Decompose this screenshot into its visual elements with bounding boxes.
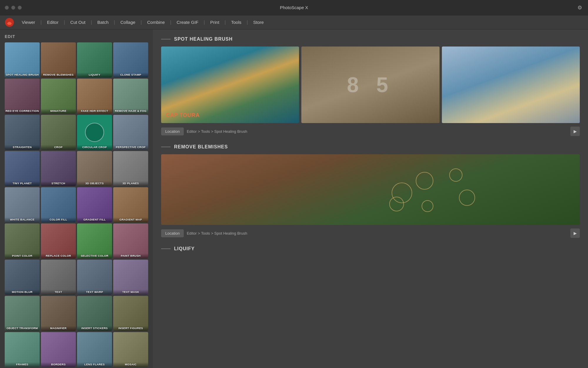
- preview-image-wall: [301, 47, 439, 123]
- tool-item-remove-blemishes[interactable]: REMOVE BLEMISHES: [41, 42, 76, 77]
- tool-item-liquify[interactable]: LIQUIFY: [77, 42, 112, 77]
- tool-label-frames: FRAMES: [5, 362, 40, 367]
- tool-item-circular-crop[interactable]: CIRCULAR CROP: [77, 115, 112, 150]
- tool-item-text-warp[interactable]: TEXT WARP: [77, 260, 112, 295]
- menu-item-print[interactable]: Print: [207, 18, 222, 26]
- tool-item-text[interactable]: TEXT: [41, 260, 76, 295]
- tool-label-gradient-map: GRADIENT MAP: [113, 217, 148, 222]
- window-title: PhotoScape X: [280, 5, 308, 10]
- tool-item-gradient-fill[interactable]: GRADIENT FILL: [77, 187, 112, 222]
- tool-item-straighten[interactable]: STRAIGHTEN: [5, 115, 40, 150]
- tool-item-magnifier[interactable]: MAGNIFIER: [41, 296, 76, 331]
- tool-label-text: TEXT: [41, 290, 76, 295]
- tool-item-clone-stamp[interactable]: CLONE STAMP: [113, 42, 148, 77]
- menubar: Viewer | Editor | Cut Out | Batch | Coll…: [0, 15, 588, 29]
- location-button-blemishes[interactable]: Location: [161, 229, 184, 237]
- preview-container-blemishes: [161, 154, 580, 225]
- tool-item-replace-color[interactable]: REPLACE COLOR: [41, 223, 76, 258]
- section-line-3: [161, 248, 171, 249]
- main-layout: EDIT SPOT HEALING BRUSHREMOVE BLEMISHESL…: [0, 29, 588, 368]
- section-header-spot-healing: SPOT HEALING BRUSH: [161, 37, 580, 42]
- tool-label-object-transform: OBJECT TRANSFORM: [5, 326, 40, 331]
- tool-item-lens-flares[interactable]: LENS FLARES: [77, 332, 112, 367]
- tool-item-insert-figures[interactable]: INSERT FIGURES: [113, 296, 148, 331]
- tool-label-clone-stamp: CLONE STAMP: [113, 72, 148, 77]
- tool-item-borders[interactable]: BORDERS: [41, 332, 76, 367]
- tool-item-mosaic[interactable]: MOSAIC: [113, 332, 148, 367]
- tool-item-crop[interactable]: CROP: [41, 115, 76, 150]
- location-button-spot-healing[interactable]: Location: [161, 127, 184, 135]
- tool-label-color-fill: COLOR FILL: [41, 217, 76, 222]
- location-bar-spot-healing: Location Editor > Tools > Spot Healing B…: [161, 127, 580, 136]
- blemish-circles: [161, 154, 580, 225]
- tool-label-mosaic: MOSAIC: [113, 362, 148, 367]
- tool-item-fake-hdr[interactable]: FAKE HDR EFFECT: [77, 79, 112, 114]
- tool-label-insert-stickers: INSERT STICKERS: [77, 326, 112, 331]
- tool-label-perspective-crop: PERSPECTIVE CROP: [113, 145, 148, 150]
- tool-item-selective-color[interactable]: SELECTIVE COLOR: [77, 223, 112, 258]
- tool-label-tiny-planet: TINY PLANET: [5, 181, 40, 186]
- tool-label-paint-brush: PAINT BRUSH: [113, 253, 148, 258]
- tool-item-white-balance[interactable]: WHITE BALANCE: [5, 187, 40, 222]
- tool-item-spot-healing[interactable]: SPOT HEALING BRUSH: [5, 42, 40, 77]
- tool-label-remove-blemishes: REMOVE BLEMISHES: [41, 72, 76, 77]
- tool-label-3d-objects: 3D OBJECTS: [77, 181, 112, 186]
- tool-item-3d-planes[interactable]: 3D PLANES: [113, 151, 148, 186]
- menu-item-store[interactable]: Store: [250, 18, 267, 26]
- menu-item-batch[interactable]: Batch: [94, 18, 111, 26]
- section-header-remove-blemishes: REMOVE BLEMISHES: [161, 144, 580, 150]
- tool-item-text-mask[interactable]: TEXT MASK: [113, 260, 148, 295]
- tool-label-lens-flares: LENS FLARES: [77, 362, 112, 367]
- section-title-liquify: LIQUIFY: [174, 246, 195, 251]
- location-path-spot-healing: Editor > Tools > Spot Healing Brush: [187, 129, 247, 134]
- sidebar: EDIT SPOT HEALING BRUSHREMOVE BLEMISHESL…: [0, 29, 153, 368]
- play-button-spot-healing[interactable]: ▶: [570, 127, 580, 136]
- tool-label-magnifier: MAGNIFIER: [41, 326, 76, 331]
- tool-item-gradient-map[interactable]: GRADIENT MAP: [113, 187, 148, 222]
- tool-item-tiny-planet[interactable]: TINY PLANET: [5, 151, 40, 186]
- menu-item-collage[interactable]: Collage: [117, 18, 138, 26]
- app-logo: [5, 18, 14, 27]
- tool-item-miniature[interactable]: MINIATURE: [41, 79, 76, 114]
- tool-item-stretch[interactable]: STRETCH: [41, 151, 76, 186]
- menu-item-combine[interactable]: Combine: [144, 18, 168, 26]
- sidebar-title: EDIT: [5, 34, 148, 39]
- section-line-2: [161, 147, 171, 147]
- section-line: [161, 39, 171, 39]
- tool-label-liquify: LIQUIFY: [77, 72, 112, 77]
- tool-item-color-fill[interactable]: COLOR FILL: [41, 187, 76, 222]
- tool-label-crop: CROP: [41, 145, 76, 150]
- tool-item-insert-stickers[interactable]: INSERT STICKERS: [77, 296, 112, 331]
- titlebar: PhotoScape X ⚙: [0, 0, 588, 15]
- tool-label-white-balance: WHITE BALANCE: [5, 217, 40, 222]
- tool-label-straighten: STRAIGHTEN: [5, 145, 40, 150]
- tool-item-perspective-crop[interactable]: PERSPECTIVE CROP: [113, 115, 148, 150]
- traffic-lights: [5, 6, 22, 10]
- tool-item-3d-objects[interactable]: 3D OBJECTS: [77, 151, 112, 186]
- tool-item-frames[interactable]: FRAMES: [5, 332, 40, 367]
- tool-item-motion-blur[interactable]: MOTION BLUR: [5, 260, 40, 295]
- tool-label-circular-crop: CIRCULAR CROP: [77, 145, 112, 150]
- minimize-button[interactable]: [11, 6, 15, 10]
- section-title-spot-healing: SPOT HEALING BRUSH: [174, 37, 233, 42]
- menu-item-tools[interactable]: Tools: [228, 18, 244, 26]
- tool-item-red-eye[interactable]: RED EYE CORRECTION: [5, 79, 40, 114]
- tool-item-paint-brush[interactable]: PAINT BRUSH: [113, 223, 148, 258]
- tool-label-motion-blur: MOTION BLUR: [5, 290, 40, 295]
- tools-grid: SPOT HEALING BRUSHREMOVE BLEMISHESLIQUIF…: [5, 42, 148, 368]
- tool-label-point-color: POINT COLOR: [5, 253, 40, 258]
- settings-icon[interactable]: ⚙: [577, 4, 582, 11]
- menu-item-creategif[interactable]: Create GIF: [174, 18, 201, 26]
- menu-item-viewer[interactable]: Viewer: [19, 18, 38, 26]
- tool-label-selective-color: SELECTIVE COLOR: [77, 253, 112, 258]
- menu-item-cutout[interactable]: Cut Out: [67, 18, 88, 26]
- play-button-blemishes[interactable]: ▶: [570, 228, 580, 238]
- tool-label-insert-figures: INSERT FIGURES: [113, 326, 148, 331]
- tool-item-remove-haze[interactable]: REMOVE HAZE & FOG: [113, 79, 148, 114]
- close-button[interactable]: [5, 6, 9, 10]
- tool-item-point-color[interactable]: POINT COLOR: [5, 223, 40, 258]
- tool-item-object-transform[interactable]: OBJECT TRANSFORM: [5, 296, 40, 331]
- maximize-button[interactable]: [18, 6, 22, 10]
- tool-label-spot-healing: SPOT HEALING BRUSH: [5, 72, 40, 77]
- menu-item-editor[interactable]: Editor: [44, 18, 61, 26]
